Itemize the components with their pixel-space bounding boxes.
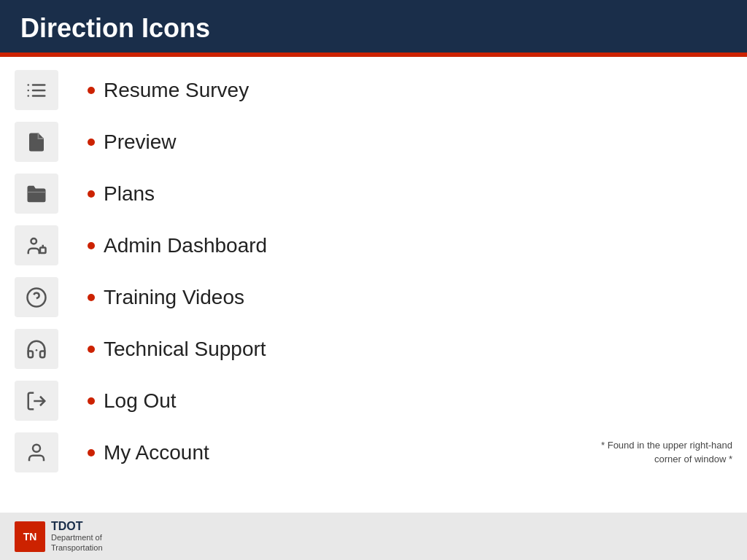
- plans-label: Plans: [104, 182, 155, 206]
- preview-label: Preview: [104, 131, 177, 154]
- preview-icon-box: [15, 122, 58, 162]
- training-videos-label: Training Videos: [104, 286, 244, 309]
- admin-dashboard-label: Admin Dashboard: [104, 234, 267, 257]
- technical-support-label: Technical Support: [104, 338, 266, 361]
- svg-point-13: [33, 444, 40, 451]
- plans-icon-box: [15, 174, 58, 214]
- my-account-label-wrapper: My Account: [88, 441, 209, 464]
- admin-dashboard-icon-box: [15, 225, 58, 265]
- log-out-label-wrapper: Log Out: [88, 389, 177, 413]
- my-account-row: My Account * Found in the upper right-ha…: [88, 439, 732, 465]
- file-icon: [26, 131, 47, 153]
- technical-support-label-wrapper: Technical Support: [88, 338, 266, 361]
- my-account-bullet: [88, 449, 95, 456]
- my-account-note: * Found in the upper right-hand corner o…: [587, 439, 732, 465]
- plans-bullet: [88, 190, 95, 198]
- logout-icon: [26, 390, 47, 412]
- tdot-text: TDOT Department of Transportation: [51, 520, 103, 552]
- log-out-bullet: [88, 397, 95, 405]
- menu-item-training-videos: Training Videos: [15, 271, 732, 323]
- headset-icon: [26, 338, 47, 360]
- technical-support-icon-box: [15, 329, 58, 369]
- page-title: Direction Icons: [20, 13, 727, 44]
- resume-survey-label: Resume Survey: [104, 79, 249, 102]
- admin-dashboard-label-wrapper: Admin Dashboard: [88, 234, 267, 257]
- main-content: Resume Survey Preview: [0, 57, 747, 513]
- preview-label-wrapper: Preview: [88, 131, 177, 154]
- menu-item-plans: Plans: [15, 168, 732, 219]
- question-icon: [26, 287, 47, 308]
- page-header: Direction Icons: [0, 0, 747, 57]
- training-videos-label-wrapper: Training Videos: [88, 286, 244, 309]
- tn-logo: TN: [15, 521, 45, 552]
- tdot-sub1: Department of: [51, 533, 103, 542]
- admin-dashboard-bullet: [88, 242, 95, 249]
- technical-support-bullet: [88, 346, 95, 353]
- menu-item-technical-support: Technical Support: [15, 323, 732, 375]
- my-account-label: My Account: [104, 441, 209, 464]
- menu-list: Resume Survey Preview: [15, 64, 732, 478]
- log-out-label: Log Out: [104, 389, 177, 413]
- footer-logo: TN TDOT Department of Transportation: [15, 520, 103, 552]
- footer: TN TDOT Department of Transportation: [0, 513, 747, 560]
- resume-survey-icon-box: [15, 70, 58, 110]
- training-videos-bullet: [88, 294, 95, 301]
- log-out-icon-box: [15, 381, 58, 421]
- plans-label-wrapper: Plans: [88, 182, 155, 206]
- resume-survey-bullet: [88, 87, 95, 94]
- svg-rect-7: [40, 247, 46, 253]
- training-videos-icon-box: [15, 277, 58, 317]
- menu-item-resume-survey: Resume Survey: [15, 64, 732, 116]
- preview-bullet: [88, 139, 95, 146]
- folder-open-icon: [26, 183, 47, 205]
- list-icon: [26, 79, 47, 101]
- menu-item-preview: Preview: [15, 116, 732, 168]
- svg-point-6: [31, 238, 37, 244]
- tdot-name: TDOT: [51, 520, 103, 533]
- svg-point-11: [36, 349, 38, 351]
- menu-item-admin-dashboard: Admin Dashboard: [15, 219, 732, 271]
- resume-survey-label-wrapper: Resume Survey: [88, 79, 249, 102]
- menu-item-my-account: My Account * Found in the upper right-ha…: [15, 427, 732, 478]
- my-account-icon-box: [15, 432, 58, 472]
- account-icon: [26, 442, 47, 464]
- tdot-sub2: Transportation: [51, 543, 103, 553]
- menu-item-log-out: Log Out: [15, 375, 732, 427]
- admin-icon: [26, 235, 47, 257]
